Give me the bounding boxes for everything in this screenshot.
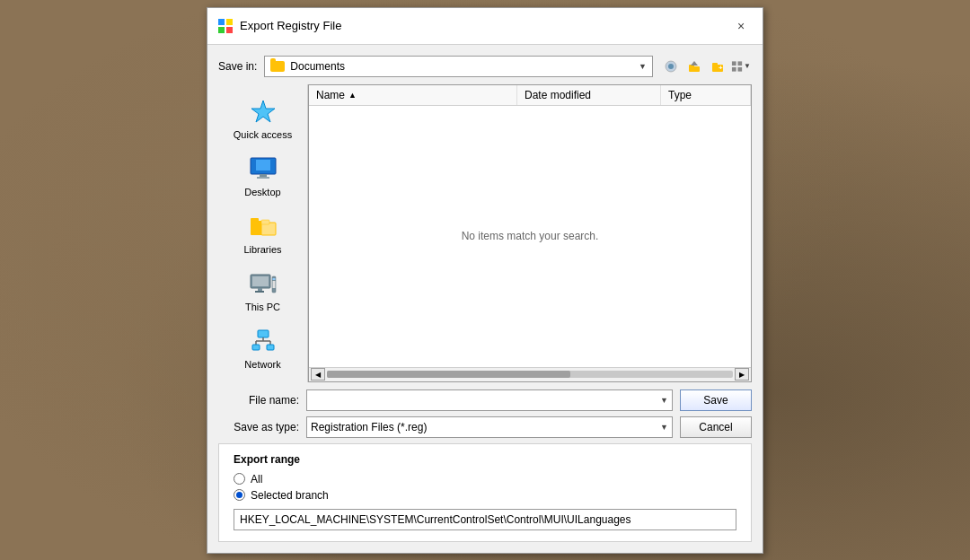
- dialog-title: Export Registry File: [240, 19, 341, 32]
- svg-rect-3: [226, 27, 233, 33]
- up-level-button[interactable]: [683, 56, 705, 77]
- nav-item-quick-access[interactable]: Quick access: [223, 92, 304, 145]
- radio-dot: [236, 492, 242, 498]
- svg-rect-10: [712, 63, 718, 66]
- svg-rect-0: [218, 19, 225, 25]
- branch-path-input[interactable]: [234, 509, 736, 530]
- save-as-type-row: Save as type: Registration Files (*.reg)…: [218, 416, 752, 438]
- desktop-label: Desktop: [244, 187, 280, 197]
- back-button[interactable]: [660, 56, 682, 77]
- svg-rect-32: [258, 330, 269, 337]
- svg-rect-22: [251, 218, 259, 223]
- dialog-body: Save in: Documents ▼ +: [207, 45, 763, 553]
- title-bar: Export Registry File ×: [207, 8, 763, 45]
- svg-rect-20: [257, 177, 269, 179]
- filename-dropdown-arrow: ▼: [660, 396, 668, 405]
- radio-all-label: All: [251, 473, 262, 486]
- close-button[interactable]: ×: [730, 15, 752, 37]
- file-name-row: File name: ▼ Save: [218, 389, 752, 411]
- svg-rect-2: [218, 27, 225, 33]
- file-name-label: File name:: [218, 394, 299, 407]
- radio-row-selected-branch: Selected branch: [234, 489, 736, 502]
- libraries-label: Libraries: [243, 244, 281, 255]
- svg-rect-14: [732, 66, 736, 71]
- svg-rect-19: [260, 174, 267, 177]
- svg-rect-15: [737, 66, 742, 71]
- svg-rect-27: [258, 288, 262, 291]
- toolbar-icons: + ▼: [660, 56, 752, 77]
- save-as-type-dropdown[interactable]: Registration Files (*.reg) ▼: [306, 416, 673, 438]
- svg-rect-30: [272, 278, 275, 280]
- save-in-value: Documents: [290, 60, 345, 73]
- scroll-track[interactable]: [327, 371, 733, 378]
- svg-rect-38: [267, 345, 274, 350]
- empty-message: No items match your search.: [462, 230, 599, 242]
- export-range-section: Export range All Selected branch: [218, 443, 752, 542]
- views-arrow: ▼: [744, 62, 751, 70]
- svg-rect-28: [255, 291, 264, 293]
- svg-rect-37: [252, 345, 260, 350]
- radio-row-all: All: [234, 473, 736, 486]
- horizontal-scrollbar[interactable]: ◀ ▶: [309, 367, 751, 381]
- scroll-thumb: [327, 371, 570, 378]
- nav-panel: Quick access Desktop: [218, 84, 308, 382]
- this-pc-icon: [249, 269, 278, 298]
- network-label: Network: [244, 359, 280, 370]
- svg-rect-26: [252, 276, 269, 286]
- nav-item-this-pc[interactable]: This PC: [223, 264, 304, 318]
- desktop-icon: [249, 154, 278, 183]
- radio-selected-branch-label: Selected branch: [251, 489, 329, 502]
- svg-rect-31: [272, 281, 275, 288]
- file-list-header: Name ▲ Date modified Type: [309, 85, 751, 106]
- save-in-label: Save in:: [218, 60, 257, 73]
- folder-icon: [270, 61, 285, 72]
- file-list-panel: Name ▲ Date modified Type No items match…: [308, 84, 752, 382]
- save-in-dropdown[interactable]: Documents ▼: [264, 56, 653, 77]
- nav-item-desktop[interactable]: Desktop: [223, 149, 304, 203]
- cancel-button[interactable]: Cancel: [680, 416, 752, 438]
- export-registry-dialog: Export Registry File × Save in: Document…: [207, 7, 763, 554]
- scroll-left[interactable]: ◀: [311, 368, 325, 381]
- svg-marker-16: [251, 101, 275, 122]
- radio-selected-branch[interactable]: [234, 489, 245, 501]
- main-area: Quick access Desktop: [218, 84, 752, 382]
- svg-point-5: [668, 64, 674, 69]
- export-range-title: Export range: [234, 453, 736, 466]
- file-name-field[interactable]: [311, 394, 668, 407]
- scroll-right[interactable]: ▶: [735, 368, 749, 381]
- save-as-type-label: Save as type:: [218, 421, 299, 433]
- svg-rect-1: [226, 19, 233, 25]
- file-name-input[interactable]: ▼: [306, 389, 673, 411]
- svg-marker-8: [691, 61, 698, 66]
- column-date-modified[interactable]: Date modified: [517, 85, 661, 105]
- save-as-type-value: Registration Files (*.reg): [311, 421, 427, 433]
- save-in-row: Save in: Documents ▼ +: [218, 56, 752, 77]
- nav-item-network[interactable]: Network: [223, 321, 304, 375]
- svg-rect-13: [737, 61, 742, 66]
- views-button[interactable]: ▼: [730, 56, 752, 77]
- libraries-icon: [249, 212, 278, 241]
- dropdown-arrow: ▼: [639, 62, 647, 71]
- sort-arrow: ▲: [348, 91, 357, 100]
- dialog-icon: [218, 19, 233, 33]
- this-pc-label: This PC: [245, 302, 280, 312]
- quick-access-icon: [249, 97, 278, 126]
- svg-text:+: +: [719, 64, 723, 72]
- type-dropdown-arrow: ▼: [660, 423, 668, 432]
- nav-item-libraries[interactable]: Libraries: [223, 206, 304, 260]
- column-name[interactable]: Name ▲: [309, 85, 517, 105]
- save-button[interactable]: Save: [680, 389, 752, 411]
- network-icon: [249, 327, 278, 355]
- file-list-body: No items match your search.: [309, 106, 751, 367]
- quick-access-label: Quick access: [234, 129, 292, 140]
- radio-all[interactable]: [234, 473, 245, 485]
- new-folder-button[interactable]: +: [707, 56, 728, 77]
- svg-rect-24: [261, 220, 269, 224]
- svg-rect-12: [732, 61, 736, 66]
- svg-rect-18: [256, 160, 270, 171]
- column-type[interactable]: Type: [661, 85, 751, 105]
